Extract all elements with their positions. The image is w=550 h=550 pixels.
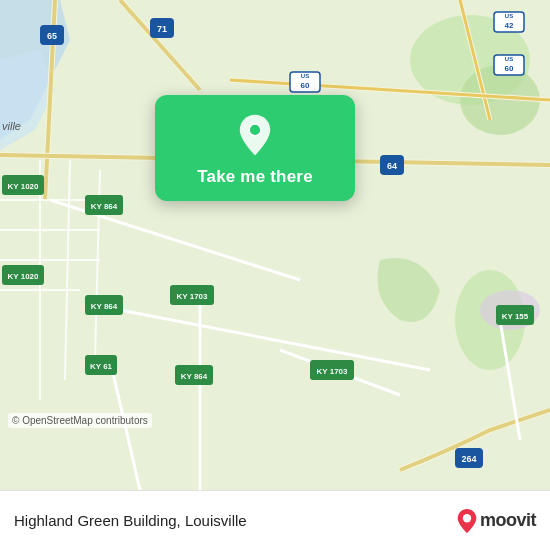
- bottom-bar: Highland Green Building, Louisville moov…: [0, 490, 550, 550]
- svg-text:264: 264: [461, 454, 476, 464]
- moovit-text: moovit: [480, 510, 536, 531]
- location-pin-icon: [233, 113, 277, 157]
- svg-text:42: 42: [505, 21, 514, 30]
- svg-text:64: 64: [387, 161, 397, 171]
- popup-card[interactable]: Take me there: [155, 95, 355, 201]
- map-container: 65 71 64 64 264 US 42 US 60 US 60 KY 864…: [0, 0, 550, 490]
- moovit-logo: moovit: [456, 508, 536, 534]
- svg-text:KY 1020: KY 1020: [8, 182, 40, 191]
- svg-text:KY 1020: KY 1020: [8, 272, 40, 281]
- svg-point-67: [463, 514, 471, 522]
- location-title: Highland Green Building, Louisville: [14, 512, 247, 529]
- svg-text:65: 65: [47, 31, 57, 41]
- svg-text:ville: ville: [2, 120, 21, 132]
- svg-text:US: US: [301, 73, 309, 79]
- svg-text:KY 1703: KY 1703: [177, 292, 209, 301]
- moovit-pin-icon: [456, 508, 478, 534]
- svg-text:KY 864: KY 864: [91, 202, 118, 211]
- svg-text:KY 61: KY 61: [90, 362, 113, 371]
- popup-label: Take me there: [197, 167, 313, 187]
- svg-text:60: 60: [301, 81, 310, 90]
- svg-text:KY 155: KY 155: [502, 312, 529, 321]
- svg-text:US: US: [505, 13, 513, 19]
- svg-text:KY 1703: KY 1703: [317, 367, 349, 376]
- svg-point-66: [249, 124, 261, 136]
- svg-text:KY 864: KY 864: [181, 372, 208, 381]
- svg-text:60: 60: [505, 64, 514, 73]
- svg-text:71: 71: [157, 24, 167, 34]
- svg-text:KY 864: KY 864: [91, 302, 118, 311]
- svg-text:US: US: [505, 56, 513, 62]
- copyright-text: © OpenStreetMap contributors: [8, 413, 152, 428]
